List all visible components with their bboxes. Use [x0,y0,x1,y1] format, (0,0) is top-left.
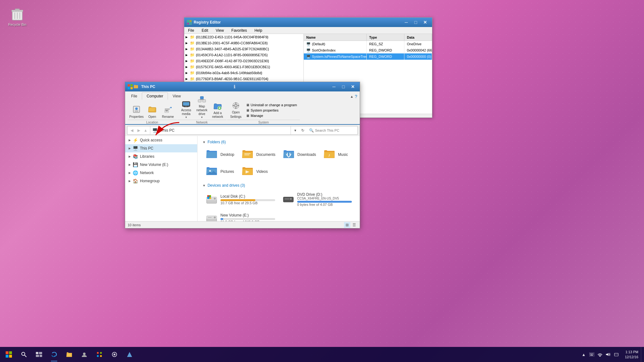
ribbon-manage-button[interactable]: 🖥 Manage [244,113,299,118]
svg-rect-24 [198,100,201,102]
registry-value-row-selected[interactable]: 🖥️System.IsPinnedToNameSpaceTree REG_DWO… [304,53,432,60]
thispc-info-button[interactable]: ℹ [231,84,238,90]
folder-item-documents[interactable]: Documents [238,147,278,162]
tray-notification-icon[interactable] [613,351,620,358]
registry-window-icon [187,20,192,25]
registry-window-title: Registry Editor [194,20,400,25]
folder-item-pictures[interactable]: Pictures [203,164,237,179]
thispc-minimize-button[interactable]: ─ [330,84,338,90]
svg-rect-90 [592,353,592,354]
registry-menu-edit[interactable]: Edit [199,28,211,33]
nav-item-quick-access[interactable]: ▶ ⚡ Quick access [125,136,197,144]
ribbon-system-props-button[interactable]: 🖥 System properties [244,108,299,113]
tab-computer[interactable]: Computer [142,92,168,100]
registry-value-row[interactable]: 🖥️SortOrderIndex REG_DWORD 0x00000042 (6… [304,47,432,53]
registry-tree-item[interactable]: ▶ 📁 {01459CF0-A1A2-11D1-8F85-00600895E7D… [184,52,303,58]
ribbon-add-network-button[interactable]: Add a network [210,101,225,120]
taskbar-task-view-button[interactable] [31,347,47,362]
taskbar-app1-button[interactable] [77,347,92,362]
registry-menu-view[interactable]: View [213,28,226,33]
new-volume-name: New Volume (E:) [220,213,275,217]
registry-titlebar: Registry Editor ─ □ ✕ [184,18,432,27]
registry-tree-item[interactable]: ▶ 📁 {01776DF3-B9AF-4E50-9B1C-56E93116D70… [184,76,303,82]
taskbar-clock[interactable]: 1:13 PM 12/12/16 [622,349,641,360]
nav-item-libraries[interactable]: ▶ 📚 Libraries [125,152,197,161]
registry-menu-help[interactable]: Help [252,28,265,33]
view-details-button[interactable]: ☰ [351,222,357,228]
view-large-icons-button[interactable]: ⊞ [344,222,350,228]
registry-menu-favorites[interactable]: Favorites [229,28,249,33]
folder-item-desktop[interactable]: Desktop [203,147,237,162]
registry-tree-item[interactable]: ▶ 📁 {01575CFE-9A55-4003-A5E1-F38D1EBDCBE… [184,64,303,70]
nav-back-button[interactable]: ◀ [129,127,135,134]
search-input[interactable] [315,129,356,132]
registry-tree-item[interactable]: ▶ 📁 {0134A8B2-3407-4B45-AD25-E9F7C92A80B… [184,46,303,52]
thispc-close-button[interactable]: ✕ [348,84,357,90]
folder-item-downloads[interactable]: Downloads [280,147,319,162]
taskbar-edge-button[interactable] [47,347,62,362]
music-folder-label: Music [338,152,348,157]
drive-item-e[interactable]: New Volume (E:) 11.9 GB free of 249.9 GB [203,210,278,221]
nav-up-button[interactable]: ▲ [142,127,149,134]
thispc-window-controls: ℹ [231,84,238,90]
ribbon-uninstall-button[interactable]: 🖥 Uninstall or change a program [244,102,299,107]
svg-point-83 [100,355,102,357]
address-path[interactable]: 🖥️ › This PC [150,126,291,134]
registry-tree-item[interactable]: ▶ 📁 {0149EEDF-D08F-4142-8F7D-D23903D21E9… [184,58,303,64]
taskbar-settings-button[interactable] [107,347,122,362]
tray-keyboard-icon[interactable] [588,351,595,358]
devices-expand-icon[interactable]: ▼ [203,184,206,187]
ribbon-location-items: Properties Open [128,101,177,120]
open-icon [147,104,157,114]
ribbon-map-network-button[interactable]: Map network drive ▼ [194,101,209,120]
nav-forward-button[interactable]: ▶ [136,127,142,134]
show-desktop-button[interactable] [641,347,643,362]
drive-item-c[interactable]: Local Disk (C:) 10.7 GB free of 29.5 GB [203,190,278,209]
nav-item-new-volume[interactable]: ▶ 💾 New Volume (E:) [125,161,197,169]
recycle-bin-icon [10,6,25,21]
registry-tree-item[interactable]: ▶ 📁 {011BE22D-E453-11D1-945A-00C04FB984F… [184,34,303,40]
folder-item-music[interactable]: ♪ Music [320,147,355,162]
taskbar-search-button[interactable] [16,347,31,362]
ribbon-open-button[interactable]: Open [145,101,160,120]
registry-close-button[interactable]: ✕ [421,19,430,25]
recycle-bin[interactable]: Recycle Bin [6,6,28,26]
videos-folder-label: Videos [256,169,268,174]
nav-item-this-pc[interactable]: ▶ 🖥️ This PC [125,144,197,152]
nav-item-network[interactable]: ▶ 🌐 Network [125,169,197,177]
taskbar-app3-button[interactable] [122,347,137,362]
tab-file[interactable]: File [126,92,142,100]
registry-value-row[interactable]: 🖥️(Default) REG_SZ OneDrive [304,41,432,47]
map-network-icon [197,95,207,104]
ribbon-rename-button[interactable]: Rename [160,101,175,120]
nav-dropdown-button[interactable]: ▾ [292,127,298,134]
ribbon-collapse-arrow[interactable]: ▲ [350,95,353,98]
registry-tree-item[interactable]: ▶ 📁 {016fd94e-b02a-4ab8-94c6-149fdab56b8… [184,70,303,76]
tray-volume-icon[interactable] [605,351,612,358]
local-disk-icon [205,193,218,206]
tab-view[interactable]: View [168,92,186,100]
registry-menu-file[interactable]: File [186,28,197,33]
ribbon-access-media-button[interactable]: Access media ▼ [179,101,194,120]
ribbon-help-icon[interactable]: ? [355,94,357,99]
nav-refresh-button[interactable]: ↻ [300,127,306,134]
settings-icon [231,101,241,110]
start-button[interactable] [1,347,16,362]
tray-network-icon[interactable] [597,351,603,358]
ribbon-open-settings-button[interactable]: Open Settings [228,101,243,120]
registry-maximize-button[interactable]: □ [411,19,420,25]
registry-minimize-button[interactable]: ─ [402,19,411,25]
nav-item-homegroup[interactable]: ▶ 🏠 Homegroup [125,177,197,185]
drive-item-dvd[interactable]: DVD Drive (D:) CCSA_X64FRE_EN-US_DV5 0 b… [279,190,355,209]
nav-quick-access-label: Quick access [140,138,162,142]
taskbar-paint-button[interactable] [92,347,107,362]
nav-libraries-label: Libraries [140,154,154,159]
tray-expand-button[interactable]: ▲ [580,351,587,358]
ribbon-properties-button[interactable]: Properties [129,101,144,120]
registry-value-type: REG_DWORD [367,47,404,53]
registry-tree-item[interactable]: ▶ 📁 {013BE10-2001-4C5F-A9B0-CC88FAB64CE8… [184,40,303,46]
folders-expand-icon[interactable]: ▼ [203,140,206,144]
thispc-maximize-button[interactable]: □ [339,84,348,90]
taskbar-explorer-button[interactable] [62,347,77,362]
folder-item-videos[interactable]: Videos [238,164,278,179]
